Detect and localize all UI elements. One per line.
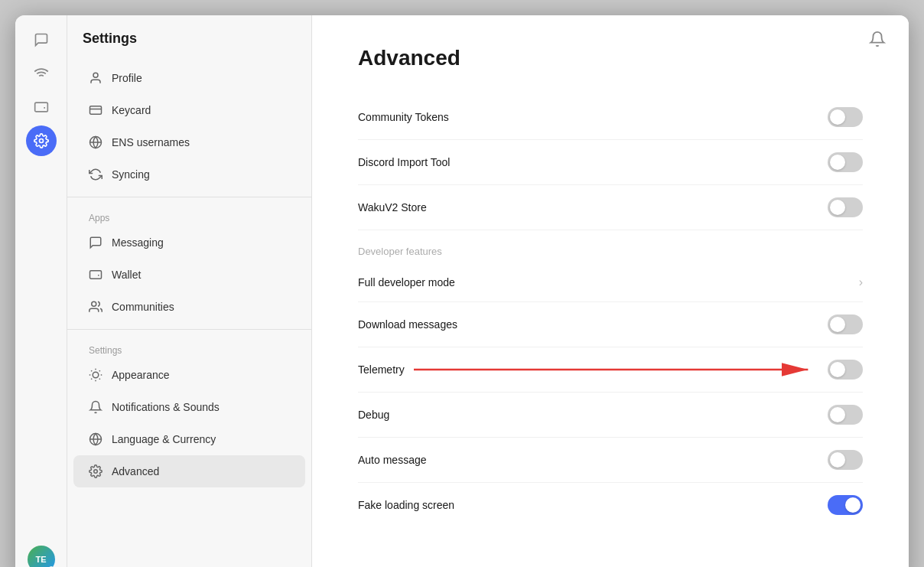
debug-toggle[interactable] — [828, 405, 863, 425]
keycard-label: Keycard — [112, 104, 151, 116]
chat-nav-icon[interactable] — [26, 24, 57, 55]
advanced-icon — [89, 464, 102, 478]
sidebar-item-messaging[interactable]: Messaging — [73, 226, 305, 259]
telemetry-row: Telemetry — [358, 347, 863, 393]
sidebar-item-communities[interactable]: Communities — [73, 291, 305, 323]
page-title: Advanced — [358, 46, 863, 70]
debug-label: Debug — [358, 409, 389, 421]
svg-rect-7 — [90, 271, 102, 279]
appearance-icon — [89, 368, 102, 382]
community-tokens-toggle[interactable] — [828, 107, 863, 127]
notifications-label: Notifications & Sounds — [112, 401, 220, 413]
auto-message-toggle[interactable] — [828, 450, 863, 470]
chevron-right-icon: › — [859, 275, 863, 289]
svg-line-16 — [91, 379, 92, 380]
svg-point-1 — [39, 139, 43, 143]
language-label: Language & Currency — [112, 433, 216, 445]
notifications-icon — [89, 400, 102, 414]
fake-loading-toggle[interactable] — [828, 495, 863, 515]
discord-import-toggle[interactable] — [828, 152, 863, 172]
auto-message-row: Auto message — [358, 438, 863, 483]
svg-line-13 — [99, 379, 100, 380]
svg-point-20 — [94, 470, 98, 474]
auto-message-label: Auto message — [358, 454, 427, 466]
app-window: TE Settings Profile Keycard — [15, 15, 909, 567]
wallet-nav-icon[interactable] — [26, 92, 57, 122]
telemetry-label: Telemetry — [358, 363, 405, 376]
svg-rect-0 — [34, 103, 47, 112]
discord-import-label: Discord Import Tool — [358, 156, 450, 168]
sidebar-item-language[interactable]: Language & Currency — [73, 423, 305, 455]
settings-nav-icon[interactable] — [26, 125, 57, 156]
sidebar-title: Settings — [67, 31, 311, 62]
sidebar-item-wallet[interactable]: Wallet — [73, 259, 305, 291]
language-icon — [89, 432, 102, 446]
sidebar-item-notifications[interactable]: Notifications & Sounds — [73, 391, 305, 423]
svg-rect-3 — [90, 106, 102, 115]
messaging-label: Messaging — [112, 236, 164, 249]
icon-rail: TE — [15, 15, 67, 567]
advanced-label: Advanced — [112, 465, 159, 477]
sidebar-item-advanced[interactable]: Advanced — [73, 455, 305, 487]
syncing-label: Syncing — [112, 168, 150, 181]
user-avatar[interactable]: TE — [28, 546, 55, 567]
appearance-label: Appearance — [112, 369, 170, 381]
fake-loading-label: Fake loading screen — [358, 499, 454, 511]
sidebar-item-ens[interactable]: ENS usernames — [73, 126, 305, 158]
sidebar-item-keycard[interactable]: Keycard — [73, 94, 305, 126]
developer-features-label: Developer features — [358, 230, 863, 263]
keycard-icon — [89, 103, 102, 117]
main-content: Advanced Community Tokens Discord Import… — [312, 15, 909, 567]
communities-label: Communities — [112, 301, 174, 313]
debug-row: Debug — [358, 393, 863, 438]
wakuv2-store-toggle[interactable] — [828, 197, 863, 217]
full-developer-label: Full developer mode — [358, 276, 455, 288]
sidebar-divider-1 — [67, 197, 311, 197]
community-tokens-label: Community Tokens — [358, 111, 449, 123]
svg-line-17 — [99, 370, 100, 371]
profile-label: Profile — [112, 72, 142, 84]
sidebar-item-profile[interactable]: Profile — [73, 62, 305, 94]
sidebar-divider-2 — [67, 329, 311, 330]
settings-section-label: Settings — [67, 336, 311, 359]
notification-bell-icon[interactable] — [869, 31, 886, 51]
ens-icon — [89, 135, 102, 149]
syncing-icon — [89, 168, 102, 181]
communities-icon — [89, 300, 102, 314]
sidebar-item-appearance[interactable]: Appearance — [73, 359, 305, 391]
wallet-label: Wallet — [112, 269, 141, 281]
svg-point-9 — [93, 372, 99, 378]
profile-icon — [89, 71, 102, 85]
community-tokens-row: Community Tokens — [358, 95, 863, 140]
full-developer-row[interactable]: Full developer mode › — [358, 263, 863, 302]
discord-import-row: Discord Import Tool — [358, 140, 863, 185]
apps-section-label: Apps — [67, 204, 311, 226]
download-messages-toggle[interactable] — [828, 314, 863, 334]
wakuv2-store-label: WakuV2 Store — [358, 201, 427, 213]
svg-point-2 — [93, 73, 98, 77]
svg-point-8 — [92, 301, 96, 306]
telemetry-toggle[interactable] — [828, 360, 863, 380]
fake-loading-row: Fake loading screen — [358, 483, 863, 527]
wakuv2-store-row: WakuV2 Store — [358, 185, 863, 230]
ens-label: ENS usernames — [112, 136, 190, 148]
wallet-icon — [89, 268, 102, 282]
download-messages-row: Download messages — [358, 302, 863, 347]
settings-sidebar: Settings Profile Keycard ENS usernames — [67, 15, 312, 567]
download-messages-label: Download messages — [358, 318, 457, 331]
sidebar-item-syncing[interactable]: Syncing — [73, 158, 305, 191]
network-nav-icon[interactable] — [26, 58, 57, 89]
messaging-icon — [89, 236, 102, 249]
svg-line-12 — [91, 370, 92, 371]
telemetry-arrow — [414, 362, 818, 377]
